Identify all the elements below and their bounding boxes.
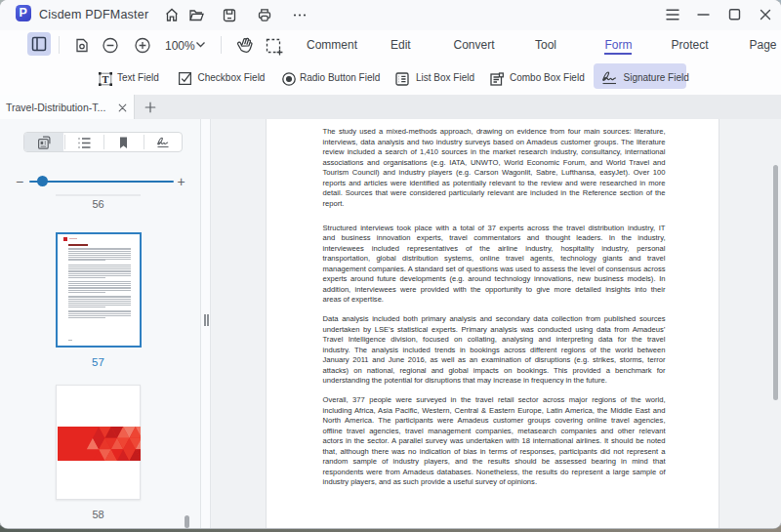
svg-text:T: T — [102, 73, 108, 84]
